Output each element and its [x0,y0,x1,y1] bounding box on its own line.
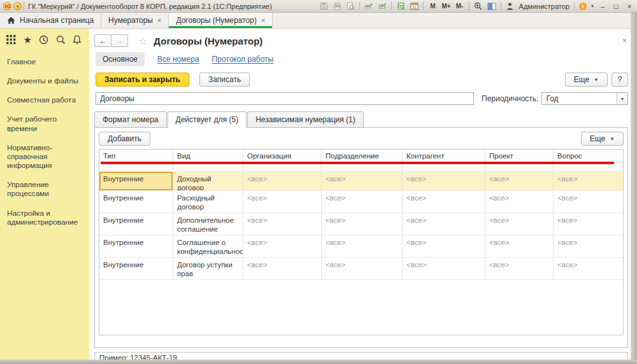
notifications-bell-icon[interactable] [73,35,82,45]
table-cell[interactable]: <все> [322,172,403,190]
table-cell[interactable]: Внутренние [99,191,173,213]
column-header[interactable]: Подразделение [322,150,403,162]
sidebar-item-processes[interactable]: Управление процессами [0,175,89,203]
calendar-icon[interactable]: 31 [410,1,419,11]
save-button[interactable]: Записать [199,73,250,87]
column-header[interactable]: Проект [485,150,554,162]
tab-independent-numbering[interactable]: Независимая нумерация (1) [247,111,364,127]
sidebar-item-administration[interactable]: Настройка и администрирование [0,204,89,232]
history-clock-icon[interactable] [39,35,48,45]
table-row[interactable]: ВнутренниеДоговор уступки прав<все><все>… [99,258,623,280]
tab-close-icon[interactable]: × [157,17,161,24]
table-cell[interactable]: Внутренние [99,235,173,257]
get-link-icon[interactable] [378,1,387,11]
sidebar-item-time-tracking[interactable]: Учет рабочего времени [0,109,89,137]
table-cell[interactable]: <все> [403,235,485,257]
table-row[interactable]: ВнутренниеДоходный договор<все><все><все… [99,172,623,191]
table-cell[interactable]: <все> [554,258,623,279]
table-cell[interactable]: <все> [403,191,485,213]
column-header[interactable]: Контрагент [403,150,485,162]
name-input[interactable] [96,92,474,105]
tab-numerators[interactable]: Нумераторы × [101,13,169,28]
save-icon[interactable] [319,1,328,11]
table-cell[interactable]: <все> [243,191,322,213]
table-cell[interactable]: Соглашение о конфиденциальности [173,235,243,257]
chevron-down-icon[interactable]: ▾ [591,3,594,9]
save-and-close-button[interactable]: Записать и закрыть [96,73,189,87]
table-cell[interactable]: <все> [554,191,623,213]
table-cell[interactable]: Расходный договор [173,191,243,213]
table-cell[interactable]: <все> [403,172,485,190]
table-cell[interactable]: Дополнительное соглашение [173,213,243,235]
table-cell[interactable]: Внутренние [99,172,173,190]
table-cell[interactable]: Внутренние [99,258,173,279]
form-close-icon[interactable]: × [622,36,627,45]
table-cell[interactable]: Доходный договор [173,172,243,190]
periodicity-select[interactable]: Год ▼ [541,92,628,105]
nav-work-log[interactable]: Протокол работы [212,55,274,64]
menu-grid-icon[interactable] [6,35,16,45]
table-cell[interactable]: Внутренние [99,213,173,235]
search-icon[interactable] [56,35,66,45]
table-row[interactable]: ВнутренниеДополнительное соглашение<все>… [99,213,623,235]
split-window-icon[interactable] [487,1,496,11]
m-minus-button[interactable]: M- [455,1,464,11]
tab-close-icon[interactable]: × [261,17,265,24]
table-cell[interactable]: <все> [403,258,485,279]
table-cell[interactable]: <все> [485,191,554,213]
zoom-icon[interactable] [474,1,483,11]
print-icon[interactable] [333,1,341,11]
m-plus-button[interactable]: M+ [441,1,450,11]
send-link-icon[interactable] [364,1,373,11]
tab-number-format[interactable]: Формат номера [94,111,167,127]
table-more-button[interactable]: Еще▼ [581,132,624,146]
table-cell[interactable]: <все> [485,258,554,279]
tab-valid-for[interactable]: Действует для (5) [168,111,247,128]
table-cell[interactable]: <все> [485,213,554,235]
table-cell[interactable]: Договор уступки прав [173,258,243,279]
table-cell[interactable]: <все> [554,235,623,257]
nav-main[interactable]: Основное [96,52,145,66]
column-header[interactable]: Вопрос [554,150,623,162]
table-cell[interactable]: <все> [485,235,554,257]
sidebar-item-collaboration[interactable]: Совместная работа [0,90,89,109]
maximize-button[interactable]: □ [612,3,620,10]
table-cell[interactable]: <все> [322,258,403,279]
tab-home[interactable]: Начальная страница [0,13,101,28]
table-row[interactable]: ВнутренниеСоглашение о конфиденциальност… [99,235,623,258]
table-cell[interactable]: <все> [322,235,403,257]
calculator-icon[interactable] [396,1,405,11]
table-cell[interactable]: <все> [403,213,485,235]
info-icon[interactable]: i [579,3,587,10]
table-cell[interactable]: <все> [243,258,322,279]
nav-all-numbers[interactable]: Все номера [157,55,199,64]
column-header[interactable]: Тип [99,150,173,162]
column-header[interactable]: Организация [243,150,322,162]
column-header[interactable]: Вид [173,150,243,162]
forward-button[interactable]: → [111,34,128,47]
print-preview-icon[interactable] [346,1,355,11]
table-cell[interactable]: <все> [485,172,554,190]
more-button[interactable]: Еще▼ [565,73,608,87]
chevron-down-icon[interactable]: ▼ [617,93,627,104]
table-cell[interactable]: <все> [322,213,403,235]
table-row[interactable]: ВнутренниеРасходный договор<все><все><вс… [99,191,623,213]
main-menu-icon[interactable]: ▾ [13,2,22,10]
table-cell[interactable]: <все> [243,213,322,235]
sidebar-item-main[interactable]: Главное [0,52,89,71]
favorite-toggle-icon[interactable]: ☆ [138,35,147,47]
add-button[interactable]: Добавить [99,132,150,146]
close-button[interactable]: × [625,3,634,10]
minimize-button[interactable]: – [598,3,607,10]
table-cell[interactable]: <все> [554,213,623,235]
table-cell[interactable]: <все> [322,191,403,213]
current-user-label[interactable]: Администратор [519,3,569,10]
sidebar-item-documents[interactable]: Документы и файлы [0,71,89,90]
table-cell[interactable]: <все> [243,235,322,257]
m-button[interactable]: M [428,1,437,11]
help-button[interactable]: ? [612,73,628,87]
back-button[interactable]: ← [94,34,111,47]
tab-contracts-numerator[interactable]: Договоры (Нумератор) × [169,13,273,28]
favorites-star-icon[interactable]: ★ [23,36,31,44]
table-cell[interactable]: <все> [554,172,623,190]
